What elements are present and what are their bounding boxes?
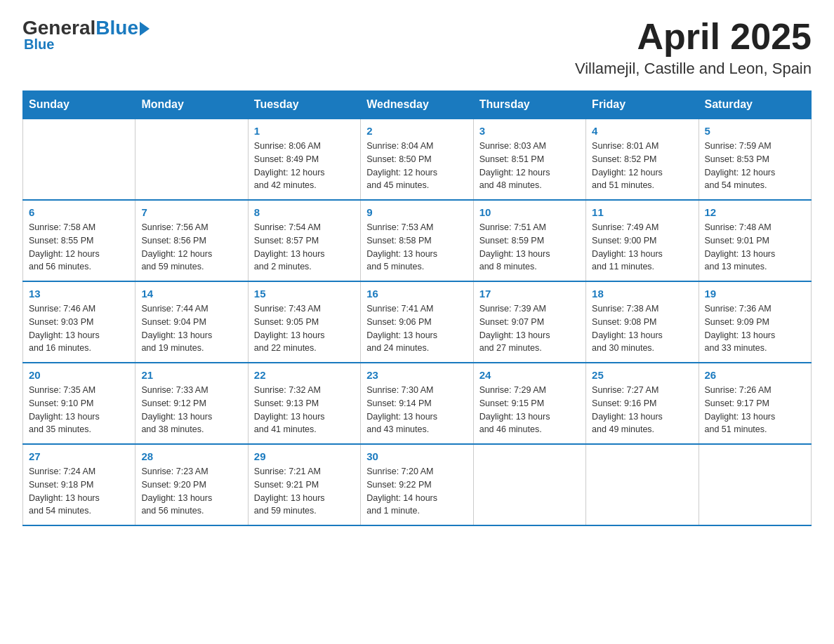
calendar-week-row: 27Sunrise: 7:24 AM Sunset: 9:18 PM Dayli… bbox=[23, 444, 812, 525]
calendar-week-row: 1Sunrise: 8:06 AM Sunset: 8:49 PM Daylig… bbox=[23, 119, 812, 200]
col-header-wednesday: Wednesday bbox=[361, 91, 473, 119]
day-number: 5 bbox=[705, 125, 805, 137]
day-number: 2 bbox=[366, 125, 467, 137]
day-number: 3 bbox=[479, 125, 580, 137]
day-info: Sunrise: 7:29 AM Sunset: 9:15 PM Dayligh… bbox=[479, 384, 580, 436]
calendar-cell: 19Sunrise: 7:36 AM Sunset: 9:09 PM Dayli… bbox=[699, 281, 811, 363]
day-info: Sunrise: 7:38 AM Sunset: 9:08 PM Dayligh… bbox=[592, 302, 692, 355]
day-number: 23 bbox=[366, 369, 467, 381]
calendar-cell: 5Sunrise: 7:59 AM Sunset: 8:53 PM Daylig… bbox=[699, 119, 811, 200]
day-info: Sunrise: 7:56 AM Sunset: 8:56 PM Dayligh… bbox=[141, 221, 241, 274]
calendar-cell: 23Sunrise: 7:30 AM Sunset: 9:14 PM Dayli… bbox=[361, 363, 473, 444]
calendar-cell: 3Sunrise: 8:03 AM Sunset: 8:51 PM Daylig… bbox=[473, 119, 585, 200]
day-info: Sunrise: 7:32 AM Sunset: 9:13 PM Dayligh… bbox=[254, 384, 355, 436]
col-header-sunday: Sunday bbox=[23, 91, 135, 119]
day-info: Sunrise: 7:20 AM Sunset: 9:22 PM Dayligh… bbox=[366, 465, 467, 518]
day-number: 24 bbox=[479, 369, 580, 381]
day-info: Sunrise: 7:59 AM Sunset: 8:53 PM Dayligh… bbox=[705, 140, 805, 192]
page-header: GeneralBlue Blue April 2025 Villamejil, … bbox=[22, 17, 812, 78]
calendar-cell bbox=[473, 444, 585, 525]
calendar-week-row: 6Sunrise: 7:58 AM Sunset: 8:55 PM Daylig… bbox=[23, 200, 812, 281]
day-info: Sunrise: 7:36 AM Sunset: 9:09 PM Dayligh… bbox=[705, 302, 805, 355]
calendar-cell: 30Sunrise: 7:20 AM Sunset: 9:22 PM Dayli… bbox=[361, 444, 473, 525]
calendar-cell: 1Sunrise: 8:06 AM Sunset: 8:49 PM Daylig… bbox=[248, 119, 360, 200]
day-info: Sunrise: 7:44 AM Sunset: 9:04 PM Dayligh… bbox=[141, 302, 241, 355]
calendar-cell bbox=[135, 119, 248, 200]
day-info: Sunrise: 8:06 AM Sunset: 8:49 PM Dayligh… bbox=[254, 140, 355, 192]
day-number: 29 bbox=[254, 450, 355, 462]
day-info: Sunrise: 7:46 AM Sunset: 9:03 PM Dayligh… bbox=[29, 302, 129, 355]
day-info: Sunrise: 7:49 AM Sunset: 9:00 PM Dayligh… bbox=[592, 221, 692, 274]
day-number: 11 bbox=[592, 206, 692, 218]
col-header-friday: Friday bbox=[586, 91, 699, 119]
day-number: 20 bbox=[29, 369, 129, 381]
day-info: Sunrise: 7:24 AM Sunset: 9:18 PM Dayligh… bbox=[29, 465, 129, 518]
day-info: Sunrise: 8:01 AM Sunset: 8:52 PM Dayligh… bbox=[592, 140, 692, 192]
calendar-cell bbox=[23, 119, 135, 200]
day-number: 22 bbox=[254, 369, 355, 381]
day-number: 8 bbox=[254, 206, 355, 218]
logo-arrow-icon bbox=[140, 22, 150, 36]
day-info: Sunrise: 8:03 AM Sunset: 8:51 PM Dayligh… bbox=[479, 140, 580, 192]
col-header-saturday: Saturday bbox=[699, 91, 811, 119]
day-number: 4 bbox=[592, 125, 692, 137]
calendar-cell: 29Sunrise: 7:21 AM Sunset: 9:21 PM Dayli… bbox=[248, 444, 360, 525]
location-title: Villamejil, Castille and Leon, Spain bbox=[575, 60, 812, 78]
logo-subtitle: Blue bbox=[24, 36, 54, 53]
calendar-cell: 15Sunrise: 7:43 AM Sunset: 9:05 PM Dayli… bbox=[248, 281, 360, 363]
day-info: Sunrise: 7:39 AM Sunset: 9:07 PM Dayligh… bbox=[479, 302, 580, 355]
calendar-table: SundayMondayTuesdayWednesdayThursdayFrid… bbox=[22, 90, 812, 526]
day-number: 6 bbox=[29, 206, 129, 218]
calendar-cell: 14Sunrise: 7:44 AM Sunset: 9:04 PM Dayli… bbox=[135, 281, 248, 363]
calendar-week-row: 13Sunrise: 7:46 AM Sunset: 9:03 PM Dayli… bbox=[23, 281, 812, 363]
calendar-cell: 22Sunrise: 7:32 AM Sunset: 9:13 PM Dayli… bbox=[248, 363, 360, 444]
calendar-header-row: SundayMondayTuesdayWednesdayThursdayFrid… bbox=[23, 91, 812, 119]
day-number: 10 bbox=[479, 206, 580, 218]
day-number: 7 bbox=[141, 206, 241, 218]
calendar-cell: 2Sunrise: 8:04 AM Sunset: 8:50 PM Daylig… bbox=[361, 119, 473, 200]
calendar-cell: 26Sunrise: 7:26 AM Sunset: 9:17 PM Dayli… bbox=[699, 363, 811, 444]
day-number: 12 bbox=[705, 206, 805, 218]
day-info: Sunrise: 7:54 AM Sunset: 8:57 PM Dayligh… bbox=[254, 221, 355, 274]
calendar-cell bbox=[586, 444, 699, 525]
calendar-cell: 21Sunrise: 7:33 AM Sunset: 9:12 PM Dayli… bbox=[135, 363, 248, 444]
calendar-cell: 27Sunrise: 7:24 AM Sunset: 9:18 PM Dayli… bbox=[23, 444, 135, 525]
col-header-tuesday: Tuesday bbox=[248, 91, 360, 119]
calendar-cell: 8Sunrise: 7:54 AM Sunset: 8:57 PM Daylig… bbox=[248, 200, 360, 281]
day-info: Sunrise: 7:41 AM Sunset: 9:06 PM Dayligh… bbox=[366, 302, 467, 355]
calendar-cell: 9Sunrise: 7:53 AM Sunset: 8:58 PM Daylig… bbox=[361, 200, 473, 281]
calendar-cell: 24Sunrise: 7:29 AM Sunset: 9:15 PM Dayli… bbox=[473, 363, 585, 444]
calendar-cell: 11Sunrise: 7:49 AM Sunset: 9:00 PM Dayli… bbox=[586, 200, 699, 281]
logo-blue: Blue bbox=[95, 17, 138, 39]
day-number: 15 bbox=[254, 288, 355, 300]
day-number: 26 bbox=[705, 369, 805, 381]
day-info: Sunrise: 7:23 AM Sunset: 9:20 PM Dayligh… bbox=[141, 465, 241, 518]
calendar-cell: 20Sunrise: 7:35 AM Sunset: 9:10 PM Dayli… bbox=[23, 363, 135, 444]
day-info: Sunrise: 7:43 AM Sunset: 9:05 PM Dayligh… bbox=[254, 302, 355, 355]
calendar-cell: 4Sunrise: 8:01 AM Sunset: 8:52 PM Daylig… bbox=[586, 119, 699, 200]
day-info: Sunrise: 7:27 AM Sunset: 9:16 PM Dayligh… bbox=[592, 384, 692, 436]
calendar-cell: 28Sunrise: 7:23 AM Sunset: 9:20 PM Dayli… bbox=[135, 444, 248, 525]
day-number: 14 bbox=[141, 288, 241, 300]
day-number: 19 bbox=[705, 288, 805, 300]
day-info: Sunrise: 7:21 AM Sunset: 9:21 PM Dayligh… bbox=[254, 465, 355, 518]
calendar-cell: 25Sunrise: 7:27 AM Sunset: 9:16 PM Dayli… bbox=[586, 363, 699, 444]
day-number: 30 bbox=[366, 450, 467, 462]
calendar-cell: 6Sunrise: 7:58 AM Sunset: 8:55 PM Daylig… bbox=[23, 200, 135, 281]
day-number: 27 bbox=[29, 450, 129, 462]
day-number: 21 bbox=[141, 369, 241, 381]
calendar-cell: 7Sunrise: 7:56 AM Sunset: 8:56 PM Daylig… bbox=[135, 200, 248, 281]
day-info: Sunrise: 7:51 AM Sunset: 8:59 PM Dayligh… bbox=[479, 221, 580, 274]
calendar-cell: 16Sunrise: 7:41 AM Sunset: 9:06 PM Dayli… bbox=[361, 281, 473, 363]
day-info: Sunrise: 7:58 AM Sunset: 8:55 PM Dayligh… bbox=[29, 221, 129, 274]
day-info: Sunrise: 7:48 AM Sunset: 9:01 PM Dayligh… bbox=[705, 221, 805, 274]
day-number: 13 bbox=[29, 288, 129, 300]
day-number: 28 bbox=[141, 450, 241, 462]
calendar-week-row: 20Sunrise: 7:35 AM Sunset: 9:10 PM Dayli… bbox=[23, 363, 812, 444]
day-info: Sunrise: 7:30 AM Sunset: 9:14 PM Dayligh… bbox=[366, 384, 467, 436]
day-number: 1 bbox=[254, 125, 355, 137]
day-info: Sunrise: 7:26 AM Sunset: 9:17 PM Dayligh… bbox=[705, 384, 805, 436]
calendar-cell bbox=[699, 444, 811, 525]
month-title: April 2025 bbox=[575, 17, 812, 57]
day-info: Sunrise: 7:53 AM Sunset: 8:58 PM Dayligh… bbox=[366, 221, 467, 274]
